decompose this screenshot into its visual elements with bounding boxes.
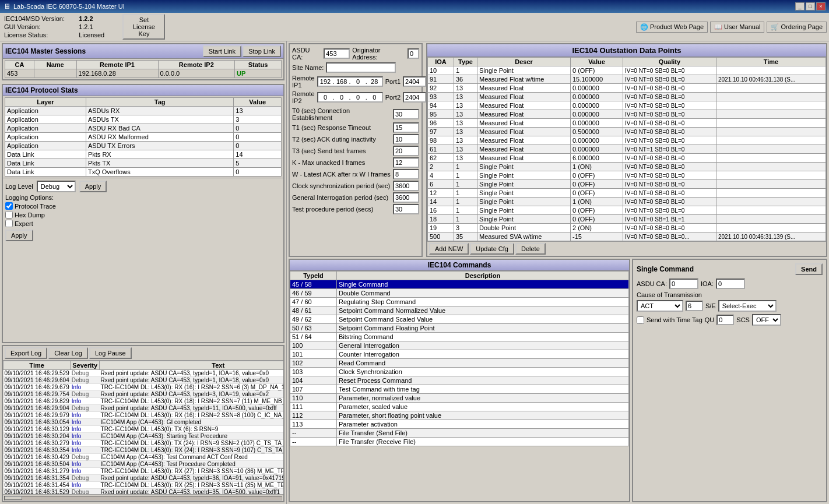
outstation-row[interactable]: 61Single Point0 (OFF)IV=0 NT=0 SB=0 BL=0 [428,180,826,189]
delete-btn[interactable]: Delete [515,243,546,255]
command-row[interactable]: 46 / 59Double Command [290,289,629,298]
ip2-seg3[interactable] [351,93,366,101]
originator-input[interactable] [408,48,419,59]
sc-cot-select[interactable]: ACT DEACT REQ [637,300,683,312]
ip1-seg1[interactable] [318,77,333,86]
ip1-seg3[interactable] [351,77,366,86]
clear-log-btn[interactable]: Clear Log [48,347,88,359]
close-btn[interactable]: × [816,2,826,10]
outstation-row[interactable]: 121Single Point0 (OFF)IV=0 NT=0 SB=0 BL=… [428,189,826,198]
log-level-select[interactable]: Debug Info Warning Error [37,181,76,192]
outstation-row[interactable]: 9213Measured Float0.000000IV=0 NT=0 SB=0… [428,84,826,93]
outstation-row[interactable]: 141Single Point1 (ON)IV=0 NT=0 SB=0 BL=0 [428,198,826,206]
command-row[interactable]: 104Reset Process Command [290,376,629,385]
command-row[interactable]: 110Parameter, normalized value [290,394,629,403]
apply-logging-btn[interactable]: Apply [5,230,33,241]
param-input[interactable] [393,192,419,203]
start-link-btn[interactable]: Start Link [203,45,241,57]
license-key-btn[interactable]: Set License Key [122,14,165,40]
param-input[interactable] [393,134,419,144]
export-log-btn[interactable]: Export Log [5,347,47,359]
session-row[interactable]: 453192.168.0.280.0.0.0UP [5,69,282,78]
outstation-row[interactable]: 181Single Point0 (OFF)IV=0 NT=0 SB=1 BL=… [428,215,826,224]
command-row[interactable]: 100General Interrogation [290,341,629,350]
log-pause-btn[interactable]: Log Pause [89,347,132,359]
out-col-descr: Descr [477,58,571,66]
command-row[interactable]: 49 / 62Setpoint Command Scaled Value [290,315,629,324]
port1-input[interactable] [403,76,426,87]
sc-qu-input[interactable] [716,315,734,325]
apply-log-level-btn[interactable]: Apply [79,181,107,192]
outstation-row[interactable]: 9813Measured Float0.000000IV=0 NT=0 SB=0… [428,136,826,145]
command-row[interactable]: 102Read Command [290,359,629,368]
command-row[interactable]: 48 / 61Setpoint Command Normalized Value [290,306,629,315]
remote-ip2-label: Remote IP2 [292,90,315,104]
ip2-seg2[interactable] [335,93,349,101]
remote-ip2-input[interactable]: . . . [317,92,383,103]
asdu-ca-input[interactable] [324,48,350,59]
param-input[interactable] [393,146,419,156]
outstation-row[interactable]: 6213Measured Float6.000000IV=0 NT=0 SB=0… [428,154,826,163]
sc-se-select[interactable]: Select-Exec Execute [718,300,777,312]
param-input[interactable] [393,169,419,179]
command-row[interactable]: 113Parameter activation [290,420,629,429]
outstation-row[interactable]: 21Single Point1 (ON)IV=0 NT=0 SB=0 BL=0 [428,163,826,171]
minimize-btn[interactable]: _ [795,2,805,10]
sc-ioa-input[interactable] [716,279,745,289]
sc-timetag-checkbox[interactable] [637,316,644,324]
update-cfg-btn[interactable]: Update Cfg [470,243,514,255]
command-row[interactable]: 51 / 64Bitstring Command [290,333,629,341]
product-web-btn[interactable]: 🌐 Product Web Page [636,22,708,33]
ip2-seg4[interactable] [367,93,382,101]
hex-dump-checkbox[interactable] [5,211,13,218]
outstation-row[interactable]: 161Single Point0 (OFF)IV=0 NT=0 SB=0 BL=… [428,206,826,215]
maximize-btn[interactable]: □ [806,2,815,10]
outstation-row[interactable]: 9136Measured Float w/time15.100000IV=0 N… [428,75,826,84]
sessions-table: CA Name Remote IP1 Remote IP2 Status 453… [5,60,282,78]
ip2-seg1[interactable] [318,93,333,101]
outstation-row[interactable]: 9613Measured Float0.000000IV=0 NT=0 SB=0… [428,119,826,128]
site-name-input[interactable] [326,62,396,73]
port2-input[interactable] [403,92,426,103]
command-row[interactable]: 45 / 58Single Command [290,280,629,289]
command-row[interactable]: 112Parameter, short floating point value [290,411,629,420]
command-row[interactable]: 101Counter Interrogation [290,350,629,359]
command-row[interactable]: 107Test Command with time tag [290,385,629,394]
command-row[interactable]: --File Transfer (Send File) [290,429,629,438]
command-row[interactable]: 111Parameter, scaled value [290,403,629,411]
sc-cot-value-input[interactable] [686,301,703,311]
protocol-trace-checkbox[interactable] [5,202,13,210]
outstation-row[interactable]: 9713Measured Float0.500000IV=0 NT=0 SB=0… [428,128,826,136]
outstation-row[interactable]: 9513Measured Float0.000000IV=0 NT=0 SB=0… [428,110,826,119]
outstation-row[interactable]: 6113Measured Float0.000000IV=0 NT=1 SB=0… [428,145,826,154]
add-new-btn[interactable]: Add NEW [429,243,469,255]
command-row[interactable]: 47 / 60Regulating Step Command [290,298,629,306]
outstation-row[interactable]: 9313Measured Float0.000000IV=0 NT=0 SB=0… [428,93,826,101]
param-input[interactable] [393,157,419,168]
command-row[interactable]: --File Transfer (Receive File) [290,438,629,446]
stop-link-btn[interactable]: Stop Link [243,45,281,57]
command-row[interactable]: 50 / 63Setpoint Command Floating Point [290,324,629,333]
outstation-row[interactable]: 101Single Point0 (OFF)IV=0 NT=0 SB=0 BL=… [428,66,826,75]
scroll-thumb[interactable] [5,496,22,500]
log-scrollbar[interactable] [3,494,283,501]
outstation-row[interactable]: 50035Measured SVA w/time-15IV=0 NT=0 SB=… [428,232,826,241]
param-input[interactable] [393,181,419,191]
sc-asdu-input[interactable] [669,279,698,289]
send-btn[interactable]: Send [795,263,823,275]
ip1-seg2[interactable] [335,77,349,86]
sc-scs-select[interactable]: OFF ON [752,314,781,326]
outstation-row[interactable]: 41Single Point0 (OFF)IV=0 NT=0 SB=0 BL=0 [428,171,826,180]
port1-label: Port1 [385,78,401,85]
ordering-btn[interactable]: 🛒 Ordering Page [767,22,827,33]
param-input[interactable] [393,204,419,214]
ip1-seg4[interactable] [367,77,382,86]
outstation-row[interactable]: 193Double Point2 (ON)IV=0 NT=0 SB=0 BL=0 [428,224,826,232]
outstation-row[interactable]: 9413Measured Float0.000000IV=0 NT=0 SB=0… [428,101,826,110]
param-input[interactable] [393,122,419,133]
expert-checkbox[interactable] [5,220,13,227]
user-manual-btn[interactable]: 📖 User Manual [710,22,764,33]
command-row[interactable]: 103Clock Synchronization [290,368,629,376]
remote-ip1-input[interactable]: . . . [317,76,383,87]
param-input[interactable] [393,109,419,119]
